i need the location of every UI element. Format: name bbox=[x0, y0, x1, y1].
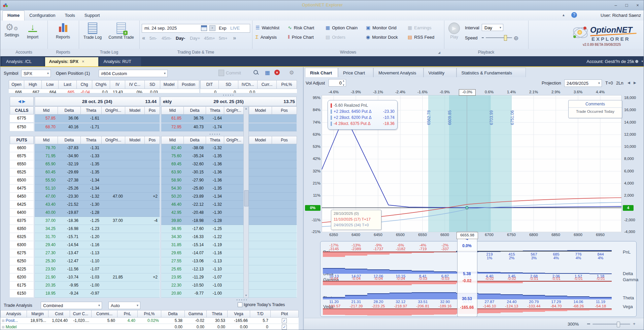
exp-label[interactable]: Exp bbox=[219, 26, 226, 31]
option-column-header[interactable]: Pos bbox=[144, 106, 160, 114]
option-cell[interactable]: -23.89 bbox=[183, 193, 206, 201]
option-column-header[interactable]: Model bbox=[249, 106, 272, 114]
chain-column-header[interactable]: Low bbox=[41, 80, 59, 89]
option-cell[interactable]: -1.36 bbox=[206, 160, 224, 168]
option-cell[interactable] bbox=[144, 290, 160, 298]
option-cell[interactable] bbox=[101, 176, 125, 185]
vol-adjust-spinner[interactable]: 0 ▲ ▼ bbox=[329, 79, 346, 87]
option-cell[interactable]: 40.73 bbox=[183, 123, 206, 131]
option-cell[interactable] bbox=[224, 185, 244, 193]
option-cell[interactable] bbox=[272, 185, 297, 193]
option-column-header[interactable]: Mid bbox=[35, 136, 58, 144]
option-cell[interactable] bbox=[125, 144, 145, 152]
option-cell[interactable] bbox=[101, 257, 125, 265]
option-cell[interactable] bbox=[101, 241, 125, 249]
ignore-trades-checkbox[interactable] bbox=[238, 302, 242, 307]
option-cell[interactable] bbox=[249, 265, 272, 273]
option-cell[interactable] bbox=[125, 282, 145, 290]
option-cell[interactable]: -1.36 bbox=[206, 168, 224, 176]
option-cell[interactable] bbox=[272, 257, 297, 265]
option-cell[interactable] bbox=[249, 144, 272, 152]
option-cell[interactable]: -20.48 bbox=[183, 209, 206, 217]
option-cell[interactable] bbox=[125, 185, 145, 193]
option-cell[interactable]: -12.13 bbox=[183, 265, 206, 273]
analysis-column-header[interactable]: Vega bbox=[227, 310, 250, 318]
option-cell[interactable]: -35.24 bbox=[183, 152, 206, 160]
option-column-header[interactable]: Model bbox=[249, 136, 272, 144]
nav-45mminus[interactable]: 45m- bbox=[162, 36, 172, 41]
chain-column-header[interactable]: SD bbox=[144, 80, 160, 89]
reports-button[interactable]: Reports bbox=[52, 23, 74, 39]
import-button[interactable]: ↓ Import bbox=[23, 22, 42, 39]
option-cell[interactable] bbox=[125, 225, 145, 233]
option-cell[interactable]: -25.80 bbox=[183, 185, 206, 193]
option-cell[interactable]: -1.61 bbox=[80, 114, 102, 123]
option-cell[interactable]: -19.87 bbox=[58, 209, 81, 217]
option-cell[interactable] bbox=[224, 176, 244, 185]
option-cell[interactable] bbox=[125, 273, 145, 282]
chain-column-header[interactable]: Chg% bbox=[92, 80, 110, 89]
option-cell[interactable]: +2 bbox=[144, 193, 160, 201]
option-cell[interactable] bbox=[224, 217, 244, 225]
option-cell[interactable] bbox=[144, 168, 160, 176]
option-cell[interactable] bbox=[249, 209, 272, 217]
option-cell[interactable] bbox=[125, 201, 145, 209]
option-cell[interactable] bbox=[249, 168, 272, 176]
option-cell[interactable] bbox=[224, 168, 244, 176]
speed-minus[interactable] bbox=[482, 37, 484, 38]
option-column-header[interactable]: Model bbox=[125, 136, 145, 144]
option-cell[interactable]: -1.22 bbox=[206, 233, 224, 241]
option-cell[interactable] bbox=[224, 282, 244, 290]
option-cell[interactable] bbox=[249, 249, 272, 257]
option-cell[interactable]: -15.71 bbox=[58, 233, 81, 241]
option-cell[interactable]: -1.30 bbox=[80, 201, 102, 209]
window-button-option-chain[interactable]: ▦Option Chain bbox=[326, 25, 358, 32]
option-cell[interactable]: -1.16 bbox=[206, 249, 224, 257]
chain-settings-gear-icon[interactable]: ⚙ bbox=[289, 69, 294, 76]
option-cell[interactable]: 46.40 bbox=[161, 201, 184, 209]
option-cell[interactable] bbox=[272, 290, 297, 298]
option-cell[interactable]: 22.30 bbox=[161, 282, 184, 290]
option-cell[interactable] bbox=[125, 152, 145, 160]
option-cell[interactable] bbox=[101, 144, 125, 152]
chain-column-header[interactable]: IV bbox=[110, 80, 125, 89]
option-cell[interactable]: 20.35 bbox=[35, 282, 58, 290]
zoom-slider-thumb[interactable] bbox=[617, 322, 620, 327]
projection-mode-label[interactable]: 2Ln bbox=[616, 80, 623, 86]
option-cell[interactable]: 55.50 bbox=[35, 176, 58, 185]
scroll-up-icon[interactable]: ▲ bbox=[244, 107, 248, 110]
option-cell[interactable]: 61.85 bbox=[161, 114, 184, 123]
grid-view-icon[interactable]: ▦ bbox=[265, 69, 270, 76]
option-cell[interactable] bbox=[272, 282, 297, 290]
option-cell[interactable]: 43.40 bbox=[35, 201, 58, 209]
option-cell[interactable]: -1.00 bbox=[206, 290, 224, 298]
option-cell[interactable]: 47.00 bbox=[101, 193, 125, 201]
option-cell[interactable]: 51.10 bbox=[35, 185, 58, 193]
option-cell[interactable] bbox=[144, 144, 160, 152]
option-cell[interactable]: 57.85 bbox=[35, 114, 58, 123]
projection-t0-label[interactable]: T+0 bbox=[605, 80, 613, 86]
option-cell[interactable] bbox=[101, 123, 125, 131]
option-cell[interactable] bbox=[101, 168, 125, 176]
splitter-handle[interactable] bbox=[209, 133, 221, 135]
chain-column-header[interactable]: IVCh... bbox=[238, 80, 258, 89]
option-cell[interactable]: 21.85 bbox=[101, 273, 125, 282]
expand-icon[interactable]: ⊞ bbox=[2, 319, 4, 323]
window-button-watchlist[interactable]: ☰Watchlist bbox=[256, 25, 279, 32]
option-column-header[interactable]: Mid bbox=[161, 106, 184, 114]
splitter-handle[interactable] bbox=[236, 299, 248, 301]
option-cell[interactable] bbox=[249, 233, 272, 241]
option-column-header[interactable]: Delta bbox=[183, 106, 206, 114]
option-cell[interactable] bbox=[144, 176, 160, 185]
option-cell[interactable] bbox=[144, 123, 160, 131]
option-cell[interactable]: -18.36 bbox=[58, 217, 81, 225]
option-cell[interactable]: -1.74 bbox=[206, 123, 224, 131]
option-cell[interactable]: -1.32 bbox=[206, 201, 224, 209]
option-cell[interactable] bbox=[144, 201, 160, 209]
maximize-button[interactable]: □ bbox=[622, 3, 632, 8]
view-tab-price-chart[interactable]: Price Chart bbox=[338, 68, 373, 77]
option-cell[interactable]: -1.28 bbox=[206, 217, 224, 225]
analysis-column-header[interactable]: Theta bbox=[206, 310, 228, 318]
option-column-header[interactable]: OrigPr... bbox=[224, 136, 244, 144]
option-column-header[interactable]: Mid bbox=[161, 136, 184, 144]
